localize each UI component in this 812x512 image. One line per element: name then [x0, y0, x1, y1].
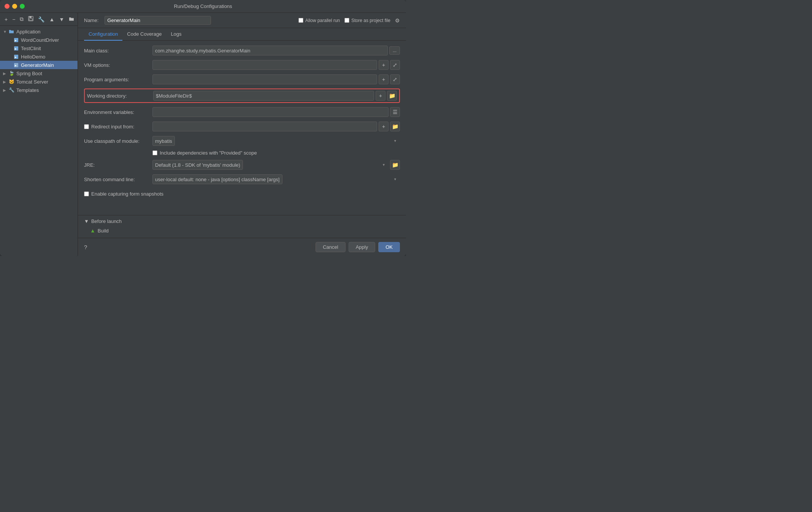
sidebar-item-hellodemo[interactable]: ▶ HelloDemo [0, 52, 78, 61]
sidebar-item-tc-label: TestClinit [21, 46, 41, 51]
gear-button[interactable]: ⚙ [395, 17, 400, 24]
close-button[interactable] [5, 4, 10, 9]
env-vars-row: Environment variables: ☰ [84, 107, 400, 117]
main-content: + − ⧉ 🔧 ▲ ▼ ⇅ [0, 13, 406, 256]
tomcat-icon: 🐱 [8, 79, 14, 85]
tab-logs[interactable]: Logs [166, 28, 186, 41]
before-launch-section: ▼ Before launch ▲ Build [78, 215, 406, 238]
working-dir-browse-button[interactable]: 📁 [387, 91, 397, 101]
capture-snapshots-label[interactable]: Enable capturing form snapshots [84, 191, 163, 197]
app-icon-hd: ▶ [13, 54, 19, 60]
program-args-input[interactable] [152, 74, 377, 84]
sidebar-item-wcd-label: WordCountDriver [21, 37, 59, 43]
classpath-select[interactable]: mybatis [152, 136, 175, 146]
redirect-add-button[interactable]: + [379, 122, 389, 131]
vm-options-input-wrap: + ⤢ [152, 60, 400, 70]
working-dir-row: Working directory: + 📁 [84, 88, 400, 103]
configuration-form: Main class: ... VM options: + ⤢ [78, 41, 406, 215]
vm-options-input[interactable] [152, 60, 377, 70]
sidebar-item-templates-label: Templates [16, 87, 39, 93]
build-icon: ▲ [90, 228, 95, 234]
store-project-checkbox[interactable] [344, 18, 349, 23]
cancel-button[interactable]: Cancel [316, 242, 345, 252]
redirect-input-row: Redirect input from: + 📁 [84, 121, 400, 132]
copy-config-button[interactable]: ⧉ [18, 15, 25, 23]
tree-arrow-templates: ▶ [3, 88, 8, 92]
tree-arrow-application: ▼ [3, 30, 8, 34]
main-class-browse-button[interactable]: ... [389, 46, 400, 55]
sidebar: + − ⧉ 🔧 ▲ ▼ ⇅ [0, 13, 78, 256]
vm-options-expand-button[interactable]: ⤢ [390, 60, 400, 70]
minimize-button[interactable] [12, 4, 17, 9]
allow-parallel-checkbox[interactable] [298, 18, 303, 23]
program-args-expand-button[interactable]: ⤢ [390, 74, 400, 84]
sidebar-item-templates[interactable]: ▶ 🔧 Templates [0, 86, 78, 94]
before-launch-label: Before launch [91, 218, 122, 224]
maximize-button[interactable] [20, 4, 25, 9]
tab-code-coverage[interactable]: Code Coverage [122, 28, 166, 41]
vm-options-add-button[interactable]: + [379, 60, 389, 70]
env-vars-input[interactable] [152, 107, 389, 117]
help-button[interactable]: ? [84, 244, 87, 250]
program-args-add-button[interactable]: + [379, 74, 389, 84]
save-config-button[interactable] [27, 15, 35, 23]
redirect-input-checkbox[interactable] [84, 124, 89, 129]
footer-left: ? [84, 244, 87, 250]
app-icon-gm: ▶ [13, 62, 19, 68]
remove-config-button[interactable]: − [11, 16, 17, 23]
svg-text:▶: ▶ [15, 47, 17, 51]
program-args-row: Program arguments: + ⤢ [84, 74, 400, 85]
main-class-input-wrap: ... [152, 46, 400, 55]
ok-button[interactable]: OK [378, 242, 400, 252]
vm-options-label: VM options: [84, 62, 152, 68]
sidebar-item-application-label: Application [16, 29, 41, 35]
sidebar-item-springboot[interactable]: ▶ 🍃 Spring Boot [0, 69, 78, 77]
include-deps-checkbox[interactable] [152, 150, 157, 155]
move-down-button[interactable]: ▼ [57, 16, 66, 23]
program-args-input-wrap: + ⤢ [152, 74, 400, 84]
window-title: Run/Debug Configurations [174, 3, 232, 9]
jre-select[interactable]: Default (1.8 - SDK of 'mybatis' module) [152, 160, 243, 170]
store-project-label[interactable]: Store as project file [344, 18, 390, 23]
svg-rect-1 [29, 16, 32, 18]
working-dir-input[interactable] [153, 91, 374, 101]
redirect-input-wrap: + 📁 [152, 122, 400, 131]
settings-button[interactable]: 🔧 [36, 16, 46, 23]
include-deps-label[interactable]: Include dependencies with "Provided" sco… [152, 150, 257, 156]
main-class-input[interactable] [152, 46, 388, 55]
classpath-select-wrapper: mybatis [152, 136, 400, 146]
sidebar-item-wordcountdriver[interactable]: ▶ WordCountDriver [0, 36, 78, 44]
redirect-browse-button[interactable]: 📁 [390, 122, 400, 131]
app-icon-tc: ▶ [13, 45, 19, 51]
main-class-label: Main class: [84, 48, 152, 54]
svg-text:▶: ▶ [15, 55, 17, 59]
vm-options-row: VM options: + ⤢ [84, 60, 400, 70]
add-config-button[interactable]: + [3, 16, 9, 23]
capture-snapshots-checkbox[interactable] [84, 191, 89, 196]
before-launch-arrow: ▼ [84, 218, 89, 224]
svg-rect-2 [29, 19, 32, 21]
name-input[interactable] [105, 16, 211, 25]
program-args-label: Program arguments: [84, 77, 152, 82]
jre-browse-button[interactable]: 📁 [390, 160, 400, 170]
working-dir-add-button[interactable]: + [376, 91, 385, 101]
jre-row: JRE: Default (1.8 - SDK of 'mybatis' mod… [84, 160, 400, 170]
redirect-input-field[interactable] [152, 122, 377, 131]
app-icon-wcd: ▶ [13, 37, 19, 43]
sidebar-item-testclinit[interactable]: ▶ TestClinit [0, 44, 78, 52]
shorten-cmd-select[interactable]: user-local default: none - java [options… [152, 174, 282, 184]
env-vars-browse-button[interactable]: ☰ [390, 107, 400, 117]
classpath-label: Use classpath of module: [84, 138, 152, 144]
working-dir-label: Working directory: [87, 93, 153, 99]
allow-parallel-label[interactable]: Allow parallel run [298, 18, 340, 23]
before-launch-item-build: ▲ Build [84, 226, 400, 235]
sidebar-item-application[interactable]: ▼ Application [0, 27, 78, 36]
sidebar-item-tomcat[interactable]: ▶ 🐱 Tomcat Server [0, 77, 78, 86]
folder-button[interactable] [67, 16, 76, 23]
before-launch-header[interactable]: ▼ Before launch [84, 218, 400, 224]
tab-configuration[interactable]: Configuration [84, 28, 122, 41]
move-up-button[interactable]: ▲ [48, 16, 56, 23]
sidebar-toolbar: + − ⧉ 🔧 ▲ ▼ ⇅ [0, 13, 78, 26]
apply-button[interactable]: Apply [349, 242, 376, 252]
sidebar-item-generatormain[interactable]: ▶ GeneratorMain [0, 61, 78, 69]
